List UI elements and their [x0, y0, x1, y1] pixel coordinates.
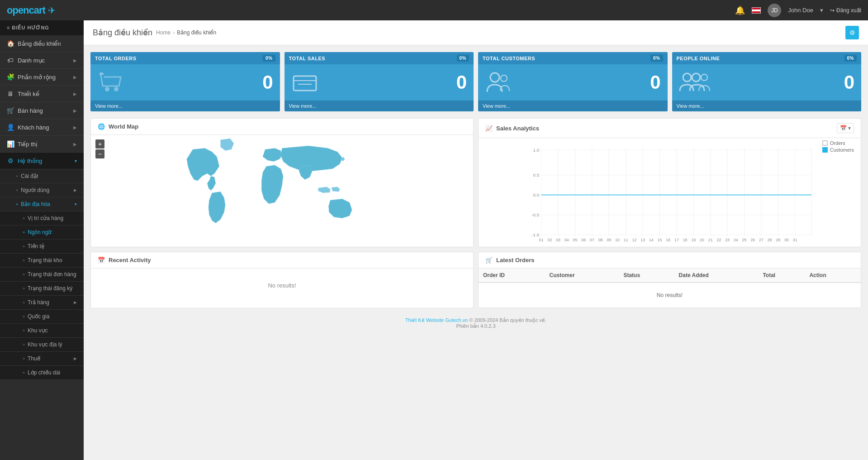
footer-line1: Thiết Kế Website Gutech.vn © 2009-2024 B… [88, 317, 863, 323]
sidebar-item-customers[interactable]: 👤 Khách hàng ▶ [0, 119, 84, 136]
sidebar-item-settings[interactable]: » Cài đặt [0, 169, 84, 183]
stat-card-online-header: PEOPLE ONLINE 0% [672, 52, 862, 64]
settings-button[interactable]: ⚙ [845, 26, 859, 39]
sidebar-item-extensions[interactable]: 🧩 Phần mở rộng ▶ [0, 69, 84, 86]
dropdown-arrow: ▾ [848, 125, 851, 131]
avatar: JD [768, 4, 781, 17]
stat-card-online-footer[interactable]: View more... [672, 101, 862, 111]
svg-text:25: 25 [742, 238, 747, 242]
chevron-icon: » [23, 272, 25, 277]
sidebar-item-return-status[interactable]: » Trạng thái đăng ký [0, 282, 84, 296]
svg-text:04: 04 [564, 238, 569, 242]
content-area: Bảng điều khiển Home › Bảng điều khiển ⚙… [84, 20, 868, 460]
latest-orders-body: Order ID Customer Status Date Added Tota… [479, 268, 861, 308]
user-name[interactable]: John Doe [788, 7, 813, 14]
sales-stat-icon [291, 72, 318, 93]
svg-text:27: 27 [759, 238, 764, 242]
orders-table-head: Order ID Customer Status Date Added Tota… [479, 268, 861, 283]
svg-rect-4 [294, 76, 316, 91]
stat-card-orders-footer[interactable]: View more... [90, 101, 280, 111]
sidebar-item-country[interactable]: » Quốc gia [0, 310, 84, 324]
svg-text:0.0: 0.0 [533, 192, 540, 197]
chevron-icon: » [16, 174, 18, 178]
sidebar-item-marketing[interactable]: 📊 Tiếp thị ▶ [0, 136, 84, 153]
latest-orders-panel: 🛒 Latest Orders Order ID Customer Status… [478, 252, 861, 308]
orders-no-results: No results! [479, 283, 861, 308]
svg-text:26: 26 [750, 238, 755, 242]
orders-no-results-row: No results! [479, 283, 861, 308]
zoom-out-button[interactable]: − [95, 149, 104, 158]
stat-badge-orders: 0% [263, 55, 275, 62]
chevron-icon: » [23, 370, 25, 375]
sidebar-item-zone[interactable]: » Khu vực [0, 324, 84, 338]
sidebar-item-language[interactable]: » Ngôn ngữ [0, 225, 84, 240]
language-flag[interactable] [752, 7, 761, 14]
col-customer: Customer [545, 268, 619, 283]
svg-text:30: 30 [784, 238, 789, 242]
sidebar: ≡ ĐIỀU HƯỚNG 🏠 Bảng điều khiển 🏷 Danh mụ… [0, 20, 84, 460]
chevron-icon: » [16, 188, 18, 192]
sidebar-item-order-status[interactable]: » Trạng thái đơn hàng [0, 268, 84, 282]
svg-text:07: 07 [590, 238, 594, 242]
calendar-small-icon: 📅 [98, 257, 105, 264]
sidebar-item-system[interactable]: ⚙ Hệ thống ▾ [0, 153, 84, 169]
svg-text:-1.0: -1.0 [531, 232, 540, 237]
page-header: Bảng điều khiển Home › Bảng điều khiển ⚙ [84, 20, 868, 45]
stat-number-sales: 0 [456, 72, 467, 93]
stat-card-customers-footer[interactable]: View more... [478, 101, 668, 111]
stat-card-orders-header: TOTAL ORDERS 0% [90, 52, 280, 64]
svg-text:1.0: 1.0 [533, 148, 540, 153]
col-action: Action [805, 268, 861, 283]
sidebar-item-tax[interactable]: » Thuế ▶ [0, 352, 84, 366]
world-map-body: + − [91, 135, 473, 244]
sidebar-item-dashboard[interactable]: 🏠 Bảng điều khiển [0, 35, 84, 52]
latest-orders-header: 🛒 Latest Orders [479, 252, 861, 268]
world-map-panel: 🌐 World Map + − [90, 118, 474, 247]
svg-point-2 [114, 87, 119, 91]
svg-point-9 [683, 73, 691, 81]
sidebar-item-currency[interactable]: » Tiền tệ [0, 240, 84, 254]
localization-submenu: » Vị trí cửa hàng » Ngôn ngữ » Tiền tệ »… [0, 211, 84, 380]
orders-table-body: No results! [479, 283, 861, 308]
footer-company-link[interactable]: Thiết Kế Website Gutech.vn [405, 317, 468, 323]
sidebar-item-store-location[interactable]: » Vị trí cửa hàng [0, 211, 84, 225]
user-icon: 👤 [7, 124, 14, 131]
svg-text:06: 06 [581, 238, 586, 242]
stat-card-sales-footer[interactable]: View more... [285, 101, 474, 111]
recent-activity-no-results: No results! [95, 273, 469, 298]
stat-card-people-online: PEOPLE ONLINE 0% 0 View more... [672, 52, 862, 111]
middle-row: 🌐 World Map + − [90, 118, 861, 247]
logout-button[interactable]: ↪ Đăng xuất [830, 7, 861, 14]
sidebar-item-returns[interactable]: » Trả hàng ▶ [0, 296, 84, 310]
breadcrumb-home[interactable]: Home [156, 29, 171, 36]
svg-text:02: 02 [548, 238, 552, 242]
calendar-button[interactable]: 📅 ▾ [837, 123, 854, 133]
svg-text:16: 16 [666, 238, 670, 242]
arrow-right-icon: ▶ [74, 300, 77, 305]
sidebar-item-length[interactable]: » Lớp chiều dài [0, 366, 84, 380]
sidebar-item-category[interactable]: 🏷 Danh mục ▶ [0, 52, 84, 69]
svg-text:13: 13 [640, 238, 645, 242]
sidebar-item-sales[interactable]: 🛒 Bán hàng ▶ [0, 102, 84, 119]
topbar: opencart ✈ 🔔 JD John Doe ▾ ↪ Đăng xuất [0, 0, 868, 20]
chevron-icon: » [23, 342, 25, 347]
topbar-right: 🔔 JD John Doe ▾ ↪ Đăng xuất [735, 4, 861, 17]
customers-legend-dot [822, 147, 828, 153]
logo-text: opencart [7, 5, 45, 16]
sidebar-item-geo-zone[interactable]: » Khu vực địa lý [0, 338, 84, 352]
user-dropdown-icon[interactable]: ▾ [820, 7, 823, 14]
svg-text:19: 19 [691, 238, 696, 242]
stat-card-total-customers: TOTAL CUSTOMERS 0% 0 View more... [478, 52, 668, 111]
cart-stat-icon [97, 70, 124, 95]
svg-text:01: 01 [539, 238, 544, 242]
recent-activity-header: 📅 Recent Activity [91, 252, 473, 268]
sidebar-item-users[interactable]: » Người dùng ▶ [0, 183, 84, 197]
sidebar-item-localization[interactable]: » Bản địa hóa ▾ [0, 197, 84, 211]
sidebar-item-design[interactable]: 🖥 Thiết kế ▶ [0, 86, 84, 102]
sidebar-item-stock-status[interactable]: » Trạng thái kho [0, 254, 84, 268]
footer-copyright: © 2009-2024 Bản quyền thuộc về. [469, 317, 546, 323]
svg-text:03: 03 [556, 238, 560, 242]
zoom-in-button[interactable]: + [95, 139, 104, 149]
bell-icon[interactable]: 🔔 [735, 5, 745, 15]
recent-activity-body: No results! [91, 268, 473, 302]
